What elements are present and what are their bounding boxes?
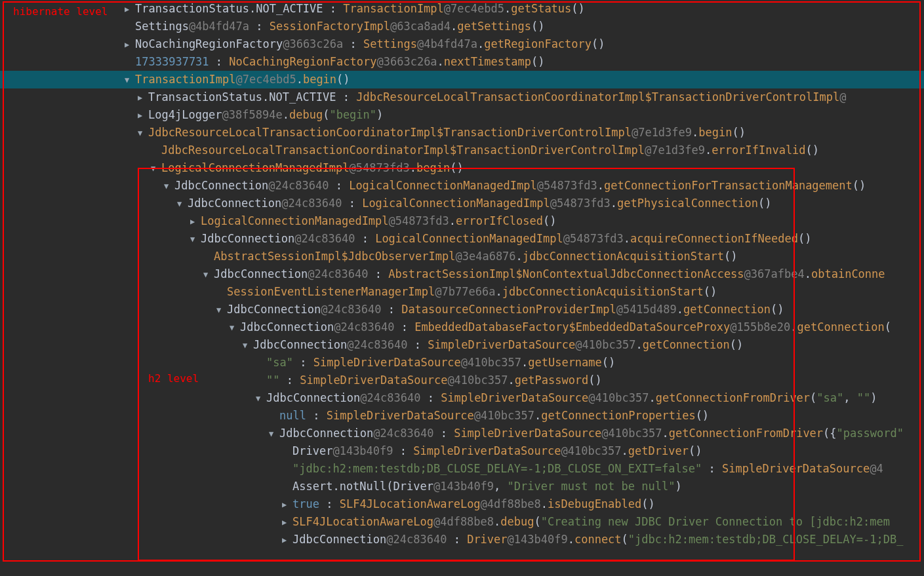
trace-row[interactable]: ▼LogicalConnectionManagedImpl@54873fd3.b… [0, 159, 924, 177]
trace-row[interactable]: ▼JdbcConnection@24c83640 : LogicalConnec… [0, 177, 924, 195]
trace-row[interactable]: ▶SessionEventListenerManagerImpl@7b77e66… [0, 283, 924, 301]
trace-row[interactable]: ▶Driver@143b40f9 : SimpleDriverDataSourc… [0, 442, 924, 460]
trace-row-text: Settings@4b4fd47a : SessionFactoryImpl@6… [135, 20, 544, 33]
trace-row-text: JdbcConnection@24c83640 : SimpleDriverDa… [253, 338, 743, 351]
trace-row[interactable]: ▶JdbcConnection@24c83640 : Driver@143b40… [0, 531, 924, 548]
chevron-down-icon[interactable]: ▼ [190, 231, 199, 248]
trace-row[interactable]: ▼JdbcResourceLocalTransactionCoordinator… [0, 124, 924, 142]
chevron-down-icon[interactable]: ▼ [177, 195, 186, 213]
trace-row[interactable]: ▶TransactionStatus.NOT_ACTIVE : Transact… [0, 0, 924, 18]
trace-row[interactable]: ▼JdbcConnection@24c83640 : SimpleDriverD… [0, 425, 924, 442]
trace-row-text: JdbcConnection@24c83640 : LogicalConnect… [201, 232, 811, 245]
chevron-down-icon[interactable]: ▼ [243, 337, 252, 355]
trace-row-text: SLF4JLocationAwareLog@4df88be8.debug("Cr… [292, 515, 890, 528]
trace-row-text: 17333937731 : NoCachingRegionFactory@366… [135, 55, 544, 68]
trace-row-text: JdbcConnection@24c83640 : Driver@143b40f… [292, 533, 903, 546]
trace-row[interactable]: ▶AbstractSessionImpl$JdbcObserverImpl@3e… [0, 248, 924, 265]
chevron-right-icon[interactable]: ▶ [125, 1, 134, 18]
trace-row[interactable]: ▼TransactionImpl@7ec4ebd5.begin() [0, 71, 924, 88]
trace-row-text: LogicalConnectionManagedImpl@54873fd3.er… [201, 214, 557, 227]
trace-row[interactable]: ▶Assert.notNull(Driver@143b40f9, "Driver… [0, 478, 924, 495]
trace-row-text: Log4jLogger@38f5894e.debug("begin") [148, 108, 383, 121]
chevron-down-icon[interactable]: ▼ [151, 160, 160, 178]
trace-row[interactable]: ▶Log4jLogger@38f5894e.debug("begin") [0, 106, 924, 124]
trace-row[interactable]: ▶TransactionStatus.NOT_ACTIVE : JdbcReso… [0, 88, 924, 106]
trace-row-text: "" : SimpleDriverDataSource@410bc357.get… [266, 374, 602, 387]
trace-row-text: "jdbc:h2:mem:testdb;DB_CLOSE_DELAY=-1;DB… [292, 462, 883, 475]
trace-row[interactable]: ▼JdbcConnection@24c83640 : AbstractSessi… [0, 265, 924, 283]
trace-row[interactable]: ▼JdbcConnection@24c83640 : EmbeddedDatab… [0, 318, 924, 336]
chevron-right-icon[interactable]: ▶ [138, 107, 147, 125]
chevron-right-icon[interactable]: ▶ [125, 36, 134, 54]
trace-row-text: JdbcResourceLocalTransactionCoordinatorI… [148, 126, 746, 139]
trace-row-text: JdbcConnection@24c83640 : DatasourceConn… [227, 303, 784, 316]
chevron-right-icon[interactable]: ▶ [282, 496, 291, 514]
trace-row[interactable]: ▶null : SimpleDriverDataSource@410bc357.… [0, 407, 924, 425]
trace-row-text: null : SimpleDriverDataSource@410bc357.g… [279, 409, 709, 422]
chevron-down-icon[interactable]: ▼ [230, 319, 239, 337]
trace-row[interactable]: ▼JdbcConnection@24c83640 : DatasourceCon… [0, 301, 924, 318]
chevron-down-icon[interactable]: ▼ [164, 178, 173, 195]
chevron-down-icon[interactable]: ▼ [256, 390, 265, 408]
trace-row[interactable]: ▶LogicalConnectionManagedImpl@54873fd3.e… [0, 212, 924, 230]
trace-row[interactable]: ▼JdbcConnection@24c83640 : LogicalConnec… [0, 230, 924, 248]
trace-row-text: JdbcConnection@24c83640 : LogicalConnect… [174, 179, 866, 192]
chevron-right-icon[interactable]: ▶ [282, 531, 291, 549]
trace-row-text: JdbcConnection@24c83640 : LogicalConnect… [188, 197, 772, 210]
trace-row[interactable]: ▶SLF4JLocationAwareLog@4df88be8.debug("C… [0, 513, 924, 531]
trace-row-text: LogicalConnectionManagedImpl@54873fd3.be… [161, 161, 464, 174]
trace-row[interactable]: ▶17333937731 : NoCachingRegionFactory@36… [0, 53, 924, 71]
trace-row-text: AbstractSessionImpl$JdbcObserverImpl@3e4… [214, 250, 737, 263]
trace-row-text: JdbcResourceLocalTransactionCoordinatorI… [161, 144, 819, 157]
chevron-right-icon[interactable]: ▶ [282, 514, 291, 531]
trace-row[interactable]: ▼JdbcConnection@24c83640 : SimpleDriverD… [0, 389, 924, 407]
chevron-down-icon[interactable]: ▼ [269, 425, 278, 443]
trace-row-text: Assert.notNull(Driver@143b40f9, "Driver … [292, 480, 682, 493]
trace-row[interactable]: ▶"" : SimpleDriverDataSource@410bc357.ge… [0, 372, 924, 389]
trace-row-text: TransactionStatus.NOT_ACTIVE : JdbcResou… [148, 90, 846, 104]
trace-row-text: JdbcConnection@24c83640 : EmbeddedDataba… [240, 320, 891, 334]
chevron-down-icon[interactable]: ▼ [216, 301, 226, 319]
chevron-down-icon[interactable]: ▼ [203, 266, 212, 284]
trace-row[interactable]: ▶"sa" : SimpleDriverDataSource@410bc357.… [0, 354, 924, 372]
trace-tree[interactable]: ▶TransactionStatus.NOT_ACTIVE : Transact… [0, 0, 924, 548]
trace-row[interactable]: ▶JdbcResourceLocalTransactionCoordinator… [0, 142, 924, 159]
trace-row[interactable]: ▶NoCachingRegionFactory@3663c26a : Setti… [0, 35, 924, 53]
chevron-right-icon[interactable]: ▶ [190, 213, 199, 231]
trace-row[interactable]: ▶"jdbc:h2:mem:testdb;DB_CLOSE_DELAY=-1;D… [0, 460, 924, 478]
chevron-right-icon[interactable]: ▶ [138, 89, 147, 107]
trace-row[interactable]: ▼JdbcConnection@24c83640 : LogicalConnec… [0, 195, 924, 212]
trace-row[interactable]: ▶true : SLF4JLocationAwareLog@4df88be8.i… [0, 495, 924, 513]
trace-row-text: TransactionStatus.NOT_ACTIVE : Transacti… [135, 2, 585, 15]
trace-row-text: JdbcConnection@24c83640 : SimpleDriverDa… [266, 391, 877, 404]
trace-row-text: JdbcConnection@24c83640 : SimpleDriverDa… [279, 427, 904, 440]
trace-row[interactable]: ▼JdbcConnection@24c83640 : SimpleDriverD… [0, 336, 924, 354]
trace-row-text: JdbcConnection@24c83640 : AbstractSessio… [214, 267, 885, 280]
trace-row-text: true : SLF4JLocationAwareLog@4df88be8.is… [292, 497, 655, 510]
trace-row-text: Driver@143b40f9 : SimpleDriverDataSource… [292, 444, 702, 457]
trace-row-text: SessionEventListenerManagerImpl@7b77e66a… [227, 285, 717, 298]
chevron-down-icon[interactable]: ▼ [138, 125, 147, 142]
chevron-down-icon[interactable]: ▼ [125, 71, 134, 89]
trace-row-text: TransactionImpl@7ec4ebd5.begin() [135, 73, 350, 86]
trace-row[interactable]: ▶Settings@4b4fd47a : SessionFactoryImpl@… [0, 18, 924, 35]
trace-row-text: NoCachingRegionFactory@3663c26a : Settin… [135, 37, 605, 50]
trace-row-text: "sa" : SimpleDriverDataSource@410bc357.g… [266, 356, 615, 369]
